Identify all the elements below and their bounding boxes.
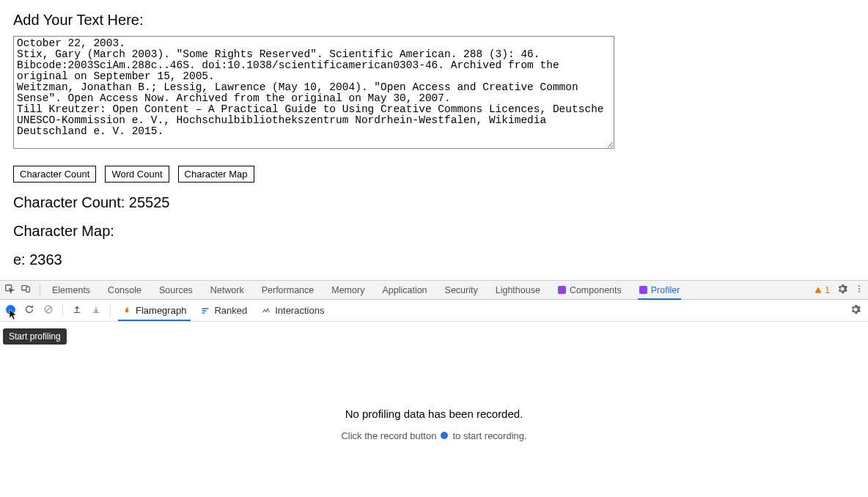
tab-lighthouse[interactable]: Lighthouse [487,281,549,300]
clear-button[interactable] [43,304,54,317]
profiler-empty-hint: Click the record button to start recordi… [341,430,526,441]
profiler-hint-after: to start recording. [452,430,526,441]
profiler-tab-ranked[interactable]: Ranked [198,305,250,316]
profiler-tab-interactions[interactable]: Interactions [259,305,327,316]
inspect-element-icon[interactable] [4,284,15,296]
character-map-item: e: 2363 [13,251,855,268]
profiler-tab-ranked-label: Ranked [214,305,247,316]
tab-performance[interactable]: Performance [253,281,323,300]
tab-console[interactable]: Console [99,281,150,300]
character-count-result: Character Count: 25525 [13,194,855,211]
character-map-button[interactable]: Character Map [178,166,254,183]
download-button[interactable] [91,304,101,317]
buttons-row: Character Count Word Count Character Map [13,166,855,183]
profiler-tab-interactions-label: Interactions [275,305,324,316]
tab-sources[interactable]: Sources [150,281,202,300]
reload-button[interactable] [24,304,34,317]
profiler-settings-icon[interactable] [850,304,861,317]
svg-rect-2 [26,287,29,292]
tab-profiler-label: Profiler [651,285,680,295]
devtools-tab-bar: Elements Console Sources Network Perform… [0,281,868,300]
tab-network[interactable]: Network [202,281,253,300]
record-dot-icon [441,432,448,439]
profiler-hint-before: Click the record button [341,430,436,441]
profiler-tab-flamegraph-label: Flamegraph [136,305,186,316]
tab-profiler[interactable]: Profiler [630,281,689,300]
react-logo-icon [639,286,647,294]
tab-security[interactable]: Security [436,281,487,300]
tab-elements[interactable]: Elements [43,281,99,300]
tab-components-label: Components [570,285,622,295]
page-heading: Add Your Text Here: [13,12,855,29]
warnings-count: 1 [825,285,830,295]
upload-button[interactable] [72,304,82,317]
svg-point-4 [858,288,860,290]
text-input[interactable] [13,36,614,149]
more-menu-icon[interactable] [855,284,864,295]
settings-gear-icon[interactable] [837,284,847,296]
tab-application[interactable]: Application [373,281,435,300]
profiler-toolbar: Flamegraph Ranked Interactions [0,300,868,322]
tab-components[interactable]: Components [549,281,630,300]
tab-memory[interactable]: Memory [323,281,373,300]
profiler-tab-flamegraph[interactable]: Flamegraph [119,305,189,316]
profiler-empty-title: No profiling data has been recorded. [345,408,523,420]
word-count-button[interactable]: Word Count [105,166,169,183]
record-button[interactable] [6,305,15,317]
devtools-panel: Elements Console Sources Network Perform… [0,280,868,497]
svg-point-5 [858,291,860,292]
character-map-heading: Character Map: [13,223,855,240]
warnings-badge[interactable]: 1 [814,285,830,295]
toggle-device-icon[interactable] [21,284,31,296]
react-logo-icon [558,286,566,294]
profiler-empty-state: No profiling data has been recorded. Cli… [0,322,868,497]
svg-point-3 [858,285,860,287]
tooltip-start-profiling: Start profiling [3,328,67,345]
character-count-button[interactable]: Character Count [13,166,96,183]
